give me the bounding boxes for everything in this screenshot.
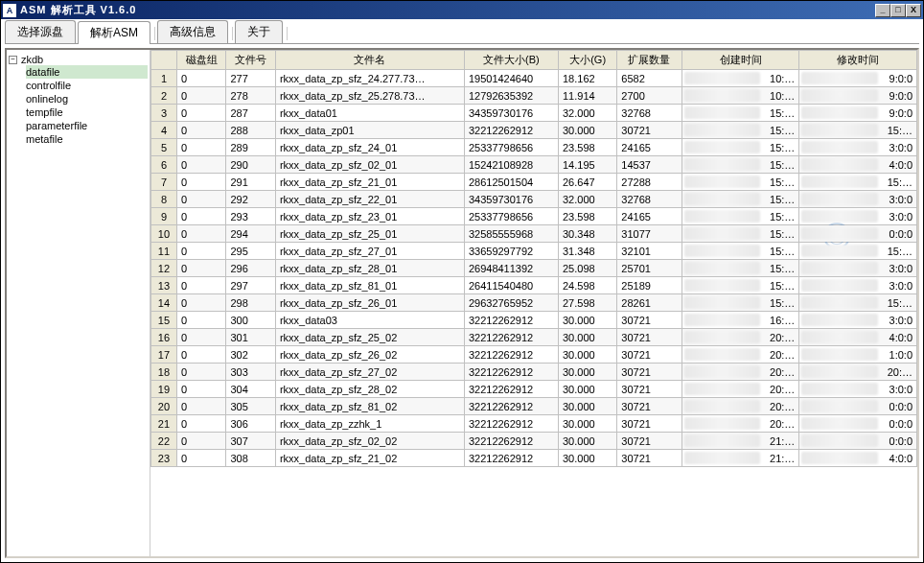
table-row[interactable]: 140298rkxx_data_zp_sfz_26_01296327659522… <box>151 294 917 312</box>
cell-extents[interactable]: 27288 <box>617 174 681 191</box>
tree-node-onlinelog[interactable]: onlinelog <box>26 92 148 106</box>
cell-sizeg[interactable]: 30.000 <box>558 381 616 398</box>
tree-collapse-icon[interactable]: − <box>9 56 17 64</box>
cell-mtime[interactable]: 9:0:0 <box>799 87 917 105</box>
row-number[interactable]: 20 <box>151 398 177 415</box>
row-number[interactable]: 11 <box>151 243 177 260</box>
table-row[interactable]: 200305rkxx_data_zp_sfz_81_02322122629123… <box>151 398 917 415</box>
table-row[interactable]: 180303rkxx_data_zp_sfz_27_02322122629123… <box>151 364 917 381</box>
cell-sizeg[interactable]: 32.000 <box>558 105 616 122</box>
data-grid[interactable]: 磁盘组 文件号 文件名 文件大小(B) 大小(G) 扩展数量 创建时间 修改时间… <box>150 50 917 467</box>
cell-disk[interactable]: 0 <box>176 225 225 243</box>
row-number[interactable]: 21 <box>151 415 177 433</box>
cell-disk[interactable]: 0 <box>176 243 225 260</box>
table-row[interactable]: 210306rkxx_data_zp_zzhk_13221226291230.0… <box>151 415 917 433</box>
cell-fileno[interactable]: 302 <box>226 346 275 364</box>
cell-ctime[interactable]: 15:… <box>681 225 799 243</box>
cell-mtime[interactable]: 0:0:0 <box>799 225 917 243</box>
tree-root-node[interactable]: − zkdb <box>9 54 148 65</box>
cell-mtime[interactable]: 4:0:0 <box>799 329 917 346</box>
row-number[interactable]: 10 <box>151 225 177 243</box>
table-row[interactable]: 30287rkxx_data013435973017632.0003276815… <box>151 105 917 122</box>
cell-disk[interactable]: 0 <box>176 329 225 346</box>
cell-filename[interactable]: rkxx_data_zp_sfz_02_02 <box>275 433 464 450</box>
row-number[interactable]: 4 <box>151 122 177 139</box>
row-number[interactable]: 23 <box>151 450 177 467</box>
cell-mtime[interactable]: 15:… <box>799 122 917 139</box>
cell-filesize[interactable]: 32585555968 <box>464 225 558 243</box>
tree-node-controlfile[interactable]: controlfile <box>26 79 148 92</box>
cell-sizeg[interactable]: 27.598 <box>558 294 616 312</box>
cell-extents[interactable]: 6582 <box>617 70 681 87</box>
col-disk-header[interactable]: 磁盘组 <box>176 51 225 70</box>
tab-about[interactable]: 关于 <box>235 20 283 43</box>
cell-mtime[interactable]: 3:0:0 <box>799 208 917 225</box>
table-row[interactable]: 110295rkxx_data_zp_sfz_27_01336592977923… <box>151 243 917 260</box>
row-number[interactable]: 2 <box>151 87 177 105</box>
tree-node-tempfile[interactable]: tempfile <box>26 106 148 119</box>
cell-disk[interactable]: 0 <box>176 87 225 105</box>
cell-extents[interactable]: 24165 <box>617 139 681 156</box>
cell-mtime[interactable]: 20:… <box>799 364 917 381</box>
cell-filesize[interactable]: 29632765952 <box>464 294 558 312</box>
cell-sizeg[interactable]: 24.598 <box>558 277 616 294</box>
cell-sizeg[interactable]: 30.000 <box>558 364 616 381</box>
cell-ctime[interactable]: 15:… <box>681 208 799 225</box>
cell-sizeg[interactable]: 23.598 <box>558 208 616 225</box>
cell-fileno[interactable]: 295 <box>226 243 275 260</box>
cell-filesize[interactable]: 32212262912 <box>464 364 558 381</box>
cell-disk[interactable]: 0 <box>176 294 225 312</box>
cell-filename[interactable]: rkxx_data_zp_sfz_28_02 <box>275 381 464 398</box>
cell-extents[interactable]: 14537 <box>617 156 681 174</box>
row-number[interactable]: 6 <box>151 156 177 174</box>
table-row[interactable]: 90293rkxx_data_zp_sfz_23_012533779865623… <box>151 208 917 225</box>
cell-disk[interactable]: 0 <box>176 277 225 294</box>
cell-ctime[interactable]: 15:… <box>681 294 799 312</box>
cell-ctime[interactable]: 15:… <box>681 105 799 122</box>
cell-disk[interactable]: 0 <box>176 105 225 122</box>
cell-disk[interactable]: 0 <box>176 70 225 87</box>
cell-extents[interactable]: 30721 <box>617 122 681 139</box>
cell-filesize[interactable]: 25337798656 <box>464 208 558 225</box>
cell-disk[interactable]: 0 <box>176 312 225 329</box>
cell-disk[interactable]: 0 <box>176 450 225 467</box>
cell-filename[interactable]: rkxx_data_zp_sfz_28_01 <box>275 260 464 277</box>
cell-extents[interactable]: 30721 <box>617 450 681 467</box>
row-number[interactable]: 8 <box>151 191 177 208</box>
cell-mtime[interactable]: 4:0:0 <box>799 450 917 467</box>
cell-filesize[interactable]: 19501424640 <box>464 70 558 87</box>
cell-filename[interactable]: rkxx_data03 <box>275 312 464 329</box>
cell-mtime[interactable]: 3:0:0 <box>799 312 917 329</box>
cell-filesize[interactable]: 34359730176 <box>464 191 558 208</box>
cell-filesize[interactable]: 34359730176 <box>464 105 558 122</box>
cell-filesize[interactable]: 32212262912 <box>464 398 558 415</box>
row-number[interactable]: 7 <box>151 174 177 191</box>
cell-fileno[interactable]: 287 <box>226 105 275 122</box>
cell-sizeg[interactable]: 30.348 <box>558 225 616 243</box>
minimize-button[interactable]: _ <box>875 4 890 17</box>
table-row[interactable]: 60290rkxx_data_zp_sfz_02_011524210892814… <box>151 156 917 174</box>
tree-node-datafile[interactable]: datafile <box>26 65 148 79</box>
cell-fileno[interactable]: 301 <box>226 329 275 346</box>
cell-sizeg[interactable]: 30.000 <box>558 122 616 139</box>
cell-disk[interactable]: 0 <box>176 364 225 381</box>
table-row[interactable]: 100294rkxx_data_zp_sfz_25_01325855559683… <box>151 225 917 243</box>
row-number[interactable]: 18 <box>151 364 177 381</box>
cell-filesize[interactable]: 32212262912 <box>464 450 558 467</box>
cell-filesize[interactable]: 32212262912 <box>464 312 558 329</box>
cell-filename[interactable]: rkxx_data_zp_sfz_21_02 <box>275 450 464 467</box>
cell-extents[interactable]: 31077 <box>617 225 681 243</box>
cell-filename[interactable]: rkxx_data_zp_sfz_27_01 <box>275 243 464 260</box>
col-filesize-header[interactable]: 文件大小(B) <box>464 51 558 70</box>
row-number[interactable]: 5 <box>151 139 177 156</box>
cell-fileno[interactable]: 298 <box>226 294 275 312</box>
cell-filename[interactable]: rkxx_data_zp_sfz_22_01 <box>275 191 464 208</box>
cell-disk[interactable]: 0 <box>176 415 225 433</box>
cell-ctime[interactable]: 20:… <box>681 415 799 433</box>
cell-fileno[interactable]: 294 <box>226 225 275 243</box>
cell-filesize[interactable]: 32212262912 <box>464 329 558 346</box>
cell-sizeg[interactable]: 31.348 <box>558 243 616 260</box>
cell-mtime[interactable]: 15:… <box>799 294 917 312</box>
cell-ctime[interactable]: 15:… <box>681 243 799 260</box>
cell-sizeg[interactable]: 30.000 <box>558 433 616 450</box>
